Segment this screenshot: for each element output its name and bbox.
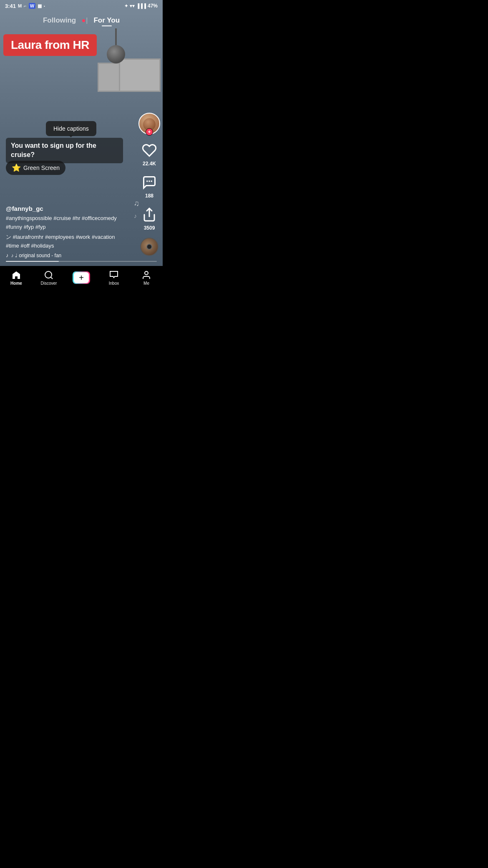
create-button[interactable]: + — [73, 271, 90, 284]
floating-music-note-2: ♪ — [134, 213, 137, 219]
headphone-icon: ⌐ — [24, 3, 26, 8]
creator-avatar-container[interactable]: + — [138, 113, 160, 134]
home-icon — [11, 270, 21, 280]
inbox-label: Inbox — [109, 281, 119, 286]
gmail-icon: M — [18, 3, 22, 8]
star-icon: ⭐ — [12, 163, 21, 172]
video-info: @fannyb_gc #anythingspossible #cruise #h… — [0, 205, 125, 263]
svg-line-5 — [51, 277, 53, 278]
like-button[interactable] — [140, 141, 158, 159]
green-screen-badge: ⭐ Green Screen — [6, 161, 65, 175]
bottom-navigation: Home Discover + Inbox Me — [0, 266, 163, 289]
heart-icon — [142, 143, 157, 158]
foryou-tab[interactable]: For You — [88, 16, 125, 25]
hashtags-line2[interactable]: ン #laurafromhr #employees #work #vacatio… — [6, 233, 119, 251]
nav-create[interactable]: + — [65, 271, 98, 284]
laura-hr-label: Laura from HR — [3, 34, 97, 56]
w-icon: W — [29, 3, 35, 9]
music-disc[interactable] — [140, 238, 158, 256]
music-disc-action[interactable] — [140, 238, 158, 256]
like-action[interactable]: 22.4K — [140, 141, 158, 167]
discover-icon — [44, 270, 54, 280]
nav-me[interactable]: Me — [130, 270, 163, 286]
comment-action[interactable]: 188 — [140, 173, 158, 199]
right-action-buttons: + 22.4K 188 — [138, 113, 160, 256]
like-count: 22.4K — [143, 161, 156, 167]
inbox-icon — [109, 270, 119, 280]
calendar-icon: ▦ — [38, 3, 42, 9]
username[interactable]: @fannyb_gc — [6, 205, 119, 212]
hide-captions-tooltip[interactable]: Hide captions — [46, 121, 96, 136]
svg-point-1 — [148, 180, 150, 182]
status-bar: 3:41 M ⌐ W ▦ • ✦ ▾▾ ▐▐▐ 47% — [0, 0, 163, 12]
dot-indicator: • — [44, 4, 45, 8]
ceiling-lamp — [107, 29, 125, 63]
comment-count: 188 — [145, 193, 153, 199]
nav-divider: | — [86, 17, 88, 24]
svg-point-2 — [151, 180, 152, 182]
share-action[interactable]: 3509 — [140, 205, 158, 231]
home-label: Home — [10, 281, 22, 286]
green-screen-label: Green Screen — [23, 164, 60, 171]
share-count: 3509 — [144, 225, 155, 231]
svg-point-4 — [45, 271, 52, 278]
wall-frame-2 — [119, 58, 161, 92]
bluetooth-icon: ✦ — [124, 3, 128, 9]
comment-icon — [142, 175, 157, 190]
following-notification-dot — [82, 19, 85, 22]
nav-home[interactable]: Home — [0, 270, 33, 286]
music-note-icon: ♪ — [6, 252, 9, 258]
plus-icon: + — [79, 273, 84, 282]
nav-discover[interactable]: Discover — [33, 270, 65, 286]
sound-text[interactable]: ♪ ♩ original sound - fan — [11, 253, 62, 258]
nav-inbox[interactable]: Inbox — [98, 270, 130, 286]
svg-point-0 — [146, 180, 148, 182]
video-caption: You want to sign up for the cruise? — [6, 138, 123, 163]
comment-button[interactable] — [140, 173, 158, 192]
header-navigation: Following | For You — [0, 12, 163, 29]
signal-icon: ▐▐▐ — [136, 3, 146, 8]
discover-label: Discover — [41, 281, 57, 286]
profile-icon — [141, 270, 151, 280]
status-time: 3:41 — [5, 3, 16, 9]
svg-point-6 — [145, 271, 148, 275]
me-label: Me — [143, 281, 149, 286]
wifi-icon: ▾▾ — [130, 3, 135, 9]
hashtags-line1[interactable]: #anythingspossible #cruise #hr #officeco… — [6, 214, 119, 232]
follow-plus-button[interactable]: + — [146, 128, 153, 136]
share-icon — [142, 207, 157, 222]
creator-avatar[interactable]: + — [138, 113, 160, 134]
following-tab[interactable]: Following — [38, 16, 81, 25]
battery-level: 47% — [148, 3, 158, 9]
share-button[interactable] — [140, 205, 158, 224]
